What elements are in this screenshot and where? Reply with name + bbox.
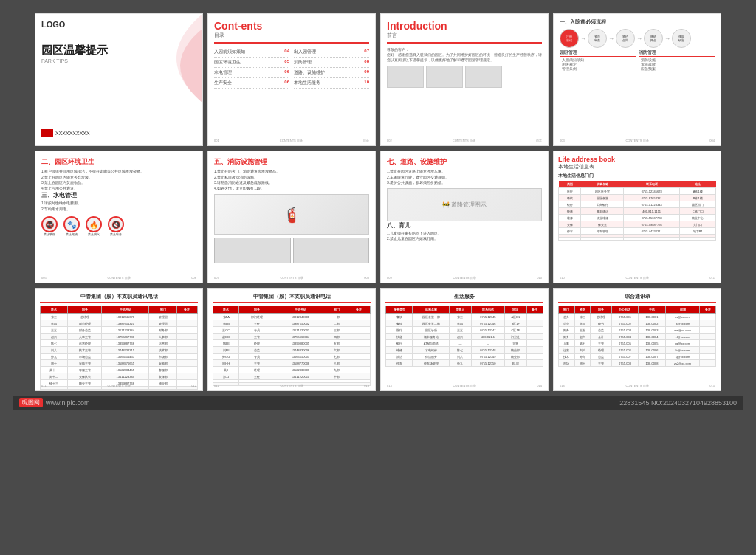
dt2-row-9: 郑JJ主任13411220010十部 [213,373,371,380]
address-cell-1: 物业维修 [581,215,624,221]
dt1-header-0: 姓名 [41,306,68,314]
dt2-cell-7-2: 13588770008 [275,360,326,367]
contents-red-bar [214,42,369,44]
dt4-cell-5-6 [700,347,716,354]
dt3-cell-5-5 [526,347,543,354]
dt1-row-1: 李四副总经理13987654321管理层 [41,320,198,327]
address-cell-3: C栋门口 [680,208,716,215]
address-header-addr: 地址 [680,181,716,188]
footer-num-dt2: 012 [214,384,219,387]
contents-item-3-num: 06 [284,69,289,76]
row-1: LOGO 园区温馨提示 PARK TIPS XXXXXXXXXX Cont-en… [13,13,743,146]
dt1-row-7: 周十采购主管13588776655采购部 [41,360,198,367]
dt4-cell-6-5: sj@xx.com [665,354,700,360]
data-table-4: 部门姓名职务办公电话手机邮箱备注总办张三总经理0755-001138-0001z… [558,306,716,367]
arrow-2: → [608,35,614,42]
footer-num-process2: 004 [709,139,715,142]
dt2-header-0: 姓名 [213,306,239,314]
dt4-cell-0-4: 138-0001 [639,314,666,320]
dt3-header-2: 负责人 [450,306,471,314]
dt4-cell-1-2: 秘书 [591,320,611,327]
page-footer-fire: 007 CONTENTS 目录 008 [208,276,375,280]
dt1-row-4: 陈七运营经理13899887766运营部 [41,340,198,347]
dt2-cell-7-3: 八部 [326,360,348,367]
dt3-cell-5-3: 0755-12348 [471,347,505,354]
dt4-cell-2-5: ww@xx.com [665,327,700,334]
address-cell-0: 餐饮 [559,195,581,201]
dt4-cell-7-1: 周十 [574,360,591,367]
contents-item-3-text: 水电管理 [214,69,232,76]
dt3-cell-3-1: 顺丰服务站 [413,334,450,340]
footer-num-roads2: 010 [537,276,542,280]
dt3-cell-3-2: 赵六 [450,334,471,340]
dt1-cell-0-0: 张三 [41,314,68,320]
dt2-row-3: 赵DD主管13755660004四部 [213,334,371,340]
watermark-id: 22831545 NO:20240327104928853100 [619,399,737,407]
dt4-cell-4-3: 0755-005 [611,340,639,347]
dt1-cell-3-2: 13755667788 [102,334,149,340]
page-footer-env: 005 CONTENTS 目录 006 [35,276,202,280]
footer-label-env: CONTENTS 目录 [107,276,130,280]
dt1-cell-2-1: 财务总监 [68,327,102,334]
intro-title: Introduction [387,20,542,32]
footer-num-right: 目录 [363,139,369,142]
dt1-header-1: 职务 [68,306,102,314]
dt3-cell-2-5 [526,327,543,334]
page-footer-dt1: 011 CONTENTS 目录 012 [35,384,202,387]
address-table-header-row: 类型 机构名称 联系电话 地址 [559,181,716,188]
footer-num-dt1b: 012 [191,384,196,387]
address-cell-0: 维修 [559,215,581,221]
dt2-row-2: 王CC专员13611220003三部 [213,327,371,334]
env-section-1-title: 二、园区环境卫生 [41,157,196,167]
dt1-cell-8-1: 客服主管 [68,367,102,373]
dt2-row-8: 吴II经理13522330009九部 [213,367,371,373]
data-table-2-title: 中管集团（股）本支职员通讯电话 [213,293,371,303]
dt2-cell-4-4 [348,340,370,347]
dt1-row-3: 赵六人事主管13755667788人事部 [41,334,198,340]
dt4-header-0: 部门 [559,306,575,314]
dt1-cell-0-4 [176,314,197,320]
page-footer-dt3: 013 CONTENTS 目录 014 [381,384,548,387]
dt3-cell-3-4: 门卫处 [505,334,526,340]
dt3-row-1: 餐饮园区食堂二部李四0755-12346B区1F [386,320,543,327]
dt4-cell-3-2: 会计 [591,334,611,340]
step-4: 缴纳押金 [644,29,663,48]
address-cell-3: 地下B1 [680,228,716,235]
process-sections: 园区管理 · 入园须知须知· 相关规定· 管理条例 消防管理 · 消防设施· 紧… [560,50,715,72]
contents-item-3: 水电管理 06 [214,68,289,78]
page-footer-dt4: 014 CONTENTS 目录 015 [554,384,721,387]
dt1-cell-3-0: 赵六 [41,334,68,340]
dt1-cell-1-3: 管理层 [149,320,176,327]
process-col-1-title: 园区管理 [560,50,636,57]
address-cell-3: B栋1楼 [680,195,716,201]
dt3-cell-7-0: 停车 [386,360,413,367]
footer-num-address2: 011 [709,276,715,280]
page-cover: LOGO 园区温馨提示 PARK TIPS XXXXXXXXXX [35,13,203,146]
process-flow: 注册登记 → 资质审查 → 签约合同 → 缴纳押金 → 领取钥匙 [560,29,715,48]
dt3-cell-7-5 [526,360,543,367]
dt4-cell-4-2: 主管 [591,340,611,347]
process-col-1: 园区管理 · 入园须知须知· 相关规定· 管理条例 [560,50,636,72]
dt3-cell-7-3: 0755-12350 [471,360,505,367]
dt2-cell-5-4 [348,347,370,354]
dt3-cell-4-0: 银行 [386,340,413,347]
dt2-cell-8-0: 吴II [213,367,239,373]
dt3-cell-5-2: 陈七 [450,347,471,354]
address-cell-2: 0755-99887766 [623,221,679,228]
dt2-cell-6-4 [348,354,370,360]
bottom-bar: 昵图网 www.nipic.com 22831545 NO:2024032710… [13,396,743,410]
dt3-cell-0-2: 张三 [450,314,471,320]
dt3-cell-0-0: 餐饮 [386,314,413,320]
footer-num-dt2b: 013 [364,384,369,387]
no-smoking-label: 禁止吸烟 [44,232,55,236]
address-table-row: 安保保安室0755-99887766大门口 [559,221,716,228]
address-title: Life address book [558,156,716,163]
dt3-cell-4-2: — [450,340,471,347]
dt3-cell-2-2: 王五 [450,327,471,334]
dt2-header-4: 备注 [348,306,370,314]
contents-item-4: 生产安全 06 [214,78,289,89]
no-smoking-circle: 🚭 [41,216,58,232]
dt3-row-5: 维修水电维修陈七0755-12348物业部 [386,347,543,354]
dt4-row-0: 总办张三总经理0755-001138-0001zs@xx.com [559,314,716,320]
brand-icon [41,129,53,137]
